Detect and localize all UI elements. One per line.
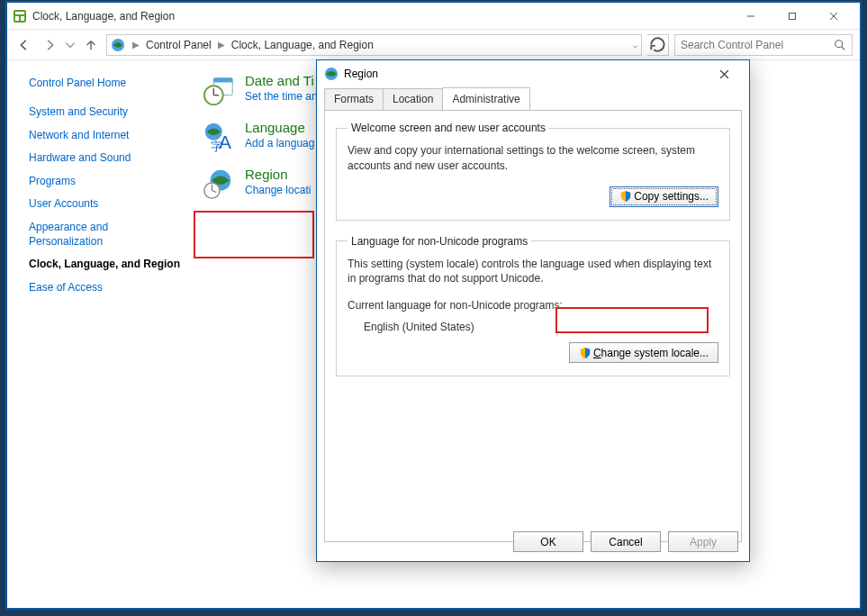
language-icon: A字: [202, 120, 236, 154]
region-dialog-icon: [324, 67, 339, 81]
chevron-down-icon[interactable]: ⌵: [633, 41, 637, 50]
address-bar[interactable]: ▶ Control Panel ▶ Clock, Language, and R…: [106, 34, 642, 56]
category-title: Language: [245, 120, 314, 135]
sidebar-item-appearance[interactable]: Appearance and Personalization: [29, 221, 184, 249]
change-system-locale-button[interactable]: Change system locale...: [569, 342, 718, 363]
apply-button[interactable]: Apply: [668, 531, 738, 552]
cancel-button[interactable]: Cancel: [591, 531, 661, 552]
tab-location[interactable]: Location: [383, 88, 443, 111]
ok-button[interactable]: OK: [513, 531, 583, 552]
group-legend: Language for non-Unicode programs: [348, 235, 531, 248]
sidebar: Control Panel Home System and Security N…: [7, 60, 196, 608]
minimize-button[interactable]: [730, 3, 772, 30]
group-legend: Welcome screen and new user accounts: [348, 122, 549, 134]
svg-text:字: 字: [211, 140, 222, 153]
category-title: Date and Ti: [245, 73, 318, 88]
category-subtitle[interactable]: Add a languag: [245, 137, 314, 149]
svg-rect-2: [15, 16, 19, 21]
region-icon: [202, 167, 236, 201]
chevron-right-icon: ▶: [132, 40, 140, 50]
breadcrumb-item[interactable]: Clock, Language, and Region: [229, 37, 376, 53]
group-welcome-screen: Welcome screen and new user accounts Vie…: [336, 122, 730, 221]
tab-content: Welcome screen and new user accounts Vie…: [324, 110, 742, 542]
svg-rect-1: [15, 12, 24, 14]
sidebar-item-user-accounts[interactable]: User Accounts: [29, 197, 184, 212]
dialog-close-button[interactable]: [706, 60, 742, 87]
svg-rect-12: [213, 78, 232, 83]
region-dialog: Region Formats Location Administrative W…: [316, 59, 750, 562]
group-description: View and copy your international setting…: [348, 143, 718, 174]
search-input[interactable]: Search Control Panel: [674, 34, 853, 56]
annotation-highlight-region: [194, 211, 314, 258]
control-panel-icon: [13, 9, 27, 23]
nav-dropdown-icon[interactable]: [65, 35, 76, 55]
tab-administrative[interactable]: Administrative: [442, 87, 529, 110]
clock-calendar-icon: [202, 73, 236, 107]
sidebar-home-link[interactable]: Control Panel Home: [29, 77, 184, 89]
nav-forward-button[interactable]: [40, 35, 59, 55]
search-placeholder: Search Control Panel: [681, 39, 834, 51]
sidebar-item-system-security[interactable]: System and Security: [29, 105, 184, 120]
maximize-button[interactable]: [772, 3, 813, 30]
category-title: Region: [245, 167, 311, 182]
category-subtitle[interactable]: Set the time an: [245, 90, 318, 103]
group-non-unicode: Language for non-Unicode programs This s…: [336, 235, 730, 377]
window-title: Clock, Language, and Region: [32, 10, 175, 23]
dialog-titlebar: Region: [317, 60, 749, 87]
refresh-button[interactable]: [647, 34, 669, 56]
tab-strip: Formats Location Administrative: [317, 87, 749, 110]
chevron-right-icon: ▶: [218, 40, 225, 50]
annotation-highlight-change-locale: [555, 307, 709, 333]
sidebar-item-network[interactable]: Network and Internet: [29, 129, 184, 143]
shield-icon: [619, 190, 632, 203]
category-subtitle[interactable]: Change locati: [245, 184, 311, 196]
svg-rect-5: [790, 13, 796, 19]
breadcrumb-item[interactable]: Control Panel: [143, 37, 214, 53]
dialog-title: Region: [344, 68, 378, 80]
sidebar-item-hardware-sound[interactable]: Hardware and Sound: [29, 151, 184, 166]
search-icon: [834, 39, 846, 51]
copy-settings-button[interactable]: Copy settings...: [610, 186, 718, 207]
sidebar-item-ease-of-access[interactable]: Ease of Access: [29, 281, 184, 295]
svg-line-10: [842, 46, 845, 50]
sidebar-item-programs[interactable]: Programs: [29, 175, 184, 189]
shield-icon: [579, 347, 592, 359]
svg-point-9: [835, 40, 843, 47]
tab-formats[interactable]: Formats: [324, 88, 384, 111]
address-bar-row: ▶ Control Panel ▶ Clock, Language, and R…: [7, 30, 860, 60]
titlebar: Clock, Language, and Region: [7, 3, 860, 30]
nav-back-button[interactable]: [14, 35, 34, 55]
group-description: This setting (system locale) controls th…: [348, 257, 718, 287]
dialog-button-row: OK Cancel Apply: [513, 531, 738, 552]
breadcrumb-icon: [111, 38, 125, 52]
sidebar-item-clock-language-region[interactable]: Clock, Language, and Region: [29, 258, 184, 272]
nav-up-button[interactable]: [81, 35, 101, 55]
close-button[interactable]: [813, 3, 854, 30]
svg-rect-3: [21, 16, 24, 21]
